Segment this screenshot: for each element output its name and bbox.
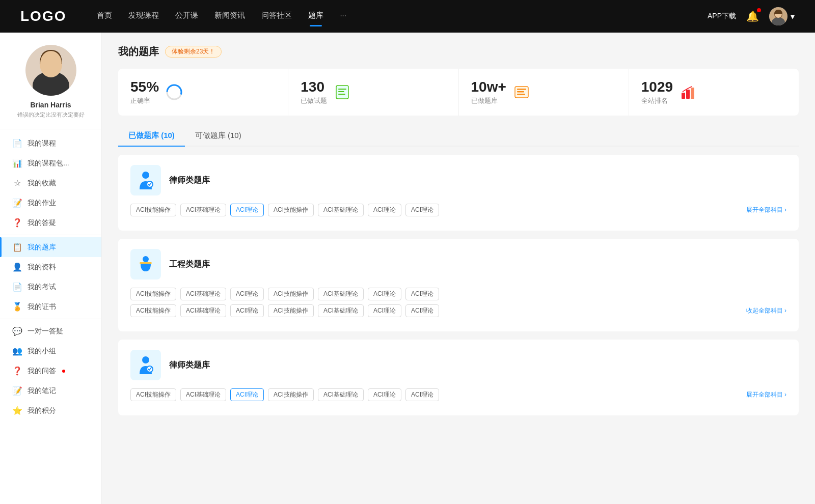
logo[interactable]: LOGO <box>20 8 66 24</box>
qbank-icon-2 <box>130 350 161 380</box>
menu-label: 我的课程 <box>28 139 56 148</box>
sidebar-item-我的答疑[interactable]: ❓ 我的答疑 <box>0 213 101 233</box>
nav-item-新闻资讯[interactable]: 新闻资讯 <box>214 11 245 22</box>
tag-0-0-3[interactable]: ACI技能操作 <box>268 204 314 216</box>
tag-1-1-2[interactable]: ACI理论 <box>230 304 264 317</box>
tags-row-1-1: ACI技能操作ACI基础理论ACI理论ACI技能操作ACI基础理论ACI理论AC… <box>130 304 786 317</box>
tag-2-0-6[interactable]: ACI理论 <box>405 388 439 401</box>
app-download-button[interactable]: APP下载 <box>708 12 736 21</box>
main-nav: 首页发现课程公开课新闻资讯问答社区题库··· <box>97 11 708 22</box>
sidebar-item-我的考试[interactable]: 📄 我的考试 <box>0 277 101 297</box>
tags-row-0-0: ACI技能操作ACI基础理论ACI理论ACI技能操作ACI基础理论ACI理论AC… <box>130 204 786 216</box>
menu-label: 我的小组 <box>28 347 56 356</box>
sidebar-item-我的收藏[interactable]: ☆ 我的收藏 <box>0 173 101 193</box>
menu-icon: ❓ <box>12 366 22 376</box>
qbank-card-1: 工程类题库 ACI技能操作ACI基础理论ACI理论ACI技能操作ACI基础理论A… <box>118 239 799 331</box>
rank-icon <box>679 83 697 101</box>
tag-1-0-2[interactable]: ACI理论 <box>230 288 264 300</box>
profile-avatar <box>25 45 76 96</box>
tag-2-0-2[interactable]: ACI理论 <box>230 388 264 401</box>
menu-icon: 📝 <box>12 386 22 396</box>
menu-label: 我的考试 <box>28 283 56 292</box>
menu-icon: 📝 <box>12 198 22 208</box>
tag-1-0-5[interactable]: ACI理论 <box>368 288 401 300</box>
tag-0-0-0[interactable]: ACI技能操作 <box>130 204 176 216</box>
svg-rect-26 <box>144 268 147 271</box>
qbank-header-0: 律师类题库 <box>130 165 786 195</box>
menu-icon: 📄 <box>12 138 22 148</box>
tag-1-1-4[interactable]: ACI基础理论 <box>318 304 364 317</box>
menu-label: 我的证书 <box>28 302 56 312</box>
tag-1-1-0[interactable]: ACI技能操作 <box>130 304 176 317</box>
menu-label: 我的课程包... <box>28 159 69 168</box>
tag-1-1-5[interactable]: ACI理论 <box>368 304 401 317</box>
tag-1-0-1[interactable]: ACI基础理论 <box>180 288 226 300</box>
tag-1-0-4[interactable]: ACI基础理论 <box>318 288 364 300</box>
nav-item-公开课[interactable]: 公开课 <box>175 11 198 22</box>
tag-1-1-6[interactable]: ACI理论 <box>405 304 439 317</box>
page-title: 我的题库 <box>118 45 159 59</box>
tag-1-1-1[interactable]: ACI基础理论 <box>180 304 226 317</box>
nav-item-问答社区[interactable]: 问答社区 <box>261 11 292 22</box>
sidebar-item-我的笔记[interactable]: 📝 我的笔记 <box>0 381 101 401</box>
svg-rect-17 <box>517 94 525 95</box>
notification-bell-icon[interactable]: 🔔 <box>746 10 759 22</box>
tag-0-0-2[interactable]: ACI理论 <box>230 204 264 216</box>
menu-label: 我的题库 <box>28 243 56 252</box>
tag-2-0-4[interactable]: ACI基础理论 <box>318 388 364 401</box>
tab-1[interactable]: 可做题库 (10) <box>185 126 252 146</box>
nav-item-···[interactable]: ··· <box>340 11 346 22</box>
user-avatar-menu[interactable]: ▾ <box>769 7 795 25</box>
profile-section: Brian Harris 错误的决定比没有决定要好 <box>0 45 101 129</box>
tag-0-0-1[interactable]: ACI基础理论 <box>180 204 226 216</box>
tag-2-0-1[interactable]: ACI基础理论 <box>180 388 226 401</box>
menu-label: 一对一答疑 <box>28 327 63 336</box>
tabs-row: 已做题库 (10)可做题库 (10) <box>118 126 799 147</box>
tag-2-0-5[interactable]: ACI理论 <box>368 388 401 401</box>
menu-icon: 👤 <box>12 262 22 272</box>
unread-dot <box>62 370 65 373</box>
sidebar-item-我的证书[interactable]: 🏅 我的证书 <box>0 297 101 317</box>
sidebar-item-我的问答[interactable]: ❓ 我的问答 <box>0 361 101 381</box>
sidebar-item-我的积分[interactable]: ⭐ 我的积分 <box>0 401 101 421</box>
expand-link-0[interactable]: 展开全部科目 › <box>746 206 786 214</box>
menu-icon: 📊 <box>12 158 22 168</box>
tag-1-0-6[interactable]: ACI理论 <box>405 288 439 300</box>
svg-rect-11 <box>338 89 346 90</box>
page-header: 我的题库 体验剩余23天！ <box>118 45 799 59</box>
nav-item-发现课程[interactable]: 发现课程 <box>128 11 159 22</box>
stat-done-banks-value: 10w+ <box>471 79 506 95</box>
stat-done-banks-label: 已做题库 <box>471 96 506 105</box>
sidebar-item-我的资料[interactable]: 👤 我的资料 <box>0 257 101 277</box>
sidebar-item-一对一答疑[interactable]: 💬 一对一答疑 <box>0 321 101 341</box>
main-content: 我的题库 体验剩余23天！ 55% 正确率 130 <box>102 33 815 504</box>
tab-0[interactable]: 已做题库 (10) <box>118 126 185 146</box>
nav-item-首页[interactable]: 首页 <box>97 11 112 22</box>
sidebar-item-我的题库[interactable]: 📋 我的题库 <box>0 237 101 257</box>
tag-0-0-6[interactable]: ACI理论 <box>405 204 439 216</box>
qbank-card-0: 律师类题库 ACI技能操作ACI基础理论ACI理论ACI技能操作ACI基础理论A… <box>118 155 799 231</box>
expand-link-2[interactable]: 展开全部科目 › <box>746 390 786 399</box>
menu-label: 我的答疑 <box>28 218 56 228</box>
sidebar-item-我的小组[interactable]: 👥 我的小组 <box>0 341 101 361</box>
sidebar-menu: 📄 我的课程 📊 我的课程包... ☆ 我的收藏 📝 我的作业 ❓ 我的答疑 📋… <box>0 133 101 421</box>
tag-1-1-3[interactable]: ACI技能操作 <box>268 304 314 317</box>
stat-accuracy-value: 55% <box>130 79 159 95</box>
tag-1-0-0[interactable]: ACI技能操作 <box>130 288 176 300</box>
menu-icon: 📄 <box>12 282 22 292</box>
avatar-chevron: ▾ <box>791 12 795 21</box>
menu-icon: 💬 <box>12 326 22 336</box>
tag-0-0-4[interactable]: ACI基础理论 <box>318 204 364 216</box>
expand-link-1[interactable]: 收起全部科目 › <box>746 306 786 315</box>
sidebar-item-我的课程包...[interactable]: 📊 我的课程包... <box>0 153 101 173</box>
tag-1-0-3[interactable]: ACI技能操作 <box>268 288 314 300</box>
nav-item-题库[interactable]: 题库 <box>308 11 323 22</box>
tag-0-0-5[interactable]: ACI理论 <box>368 204 401 216</box>
svg-point-27 <box>142 356 149 363</box>
accuracy-icon <box>165 83 183 101</box>
sidebar-item-我的课程[interactable]: 📄 我的课程 <box>0 133 101 153</box>
sidebar-item-我的作业[interactable]: 📝 我的作业 <box>0 193 101 213</box>
menu-divider <box>0 319 101 319</box>
tag-2-0-3[interactable]: ACI技能操作 <box>268 388 314 401</box>
tag-2-0-0[interactable]: ACI技能操作 <box>130 388 176 401</box>
